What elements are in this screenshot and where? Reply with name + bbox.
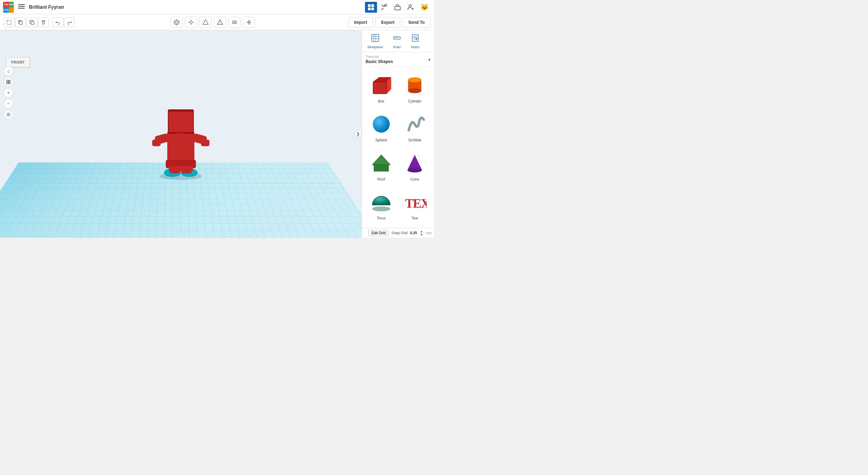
view-button[interactable] bbox=[170, 17, 183, 28]
snap-label: Snap Grid bbox=[391, 231, 407, 235]
shapes-dropdown-arrow[interactable]: ▾ bbox=[428, 57, 430, 62]
duplicate-button[interactable] bbox=[27, 18, 37, 27]
toolbar-edit-group bbox=[4, 18, 49, 27]
light-button[interactable] bbox=[185, 17, 197, 28]
shape-cylinder[interactable]: Cylinder bbox=[399, 71, 431, 107]
snap-down-button[interactable]: ▼ bbox=[420, 233, 424, 236]
svg-rect-68 bbox=[373, 82, 387, 94]
svg-rect-78 bbox=[374, 165, 389, 171]
3d-figure bbox=[148, 83, 214, 179]
ruler-label: Ruler bbox=[393, 45, 401, 49]
shape-button[interactable] bbox=[199, 17, 212, 28]
settings-button[interactable] bbox=[4, 110, 13, 119]
briefcase-button[interactable] bbox=[392, 2, 404, 13]
snap-up-button[interactable]: ▲ bbox=[420, 230, 424, 233]
shape-sphere[interactable]: Sphere bbox=[366, 110, 397, 146]
toolbar: Import Export Send To bbox=[0, 14, 434, 30]
hamburger-button[interactable] bbox=[17, 2, 26, 12]
sphere-label: Sphere bbox=[375, 138, 387, 142]
svg-point-8 bbox=[409, 5, 411, 7]
send-to-button[interactable]: Send To bbox=[403, 17, 430, 27]
shape-box[interactable]: Box bbox=[366, 71, 397, 107]
tab-ruler[interactable]: Ruler bbox=[390, 33, 404, 52]
toolbar-view-group bbox=[170, 17, 255, 28]
zoom-out-button[interactable]: − bbox=[4, 99, 13, 108]
edit-grid-button[interactable]: Edit Grid bbox=[368, 230, 389, 236]
select-all-button[interactable] bbox=[4, 18, 14, 27]
svg-rect-1 bbox=[18, 6, 25, 7]
grid-view-button[interactable] bbox=[365, 2, 377, 13]
svg-rect-59 bbox=[394, 37, 400, 39]
align-button[interactable] bbox=[228, 17, 241, 28]
svg-marker-77 bbox=[372, 155, 390, 165]
undo-button[interactable] bbox=[53, 18, 63, 27]
notes-label: Notes bbox=[411, 45, 420, 49]
svg-rect-2 bbox=[18, 8, 25, 9]
viewport-controls: ⌂ + − bbox=[4, 66, 13, 119]
torus-label: Torus bbox=[377, 216, 385, 220]
shape-text[interactable]: TEXT Text bbox=[399, 188, 431, 224]
copy-button[interactable] bbox=[15, 18, 26, 27]
svg-point-74 bbox=[408, 88, 421, 93]
mirror-button[interactable] bbox=[214, 17, 226, 28]
shape-roof[interactable]: Roof bbox=[366, 149, 397, 185]
svg-rect-39 bbox=[152, 139, 161, 146]
toolbar-right-group: Import Export Send To bbox=[348, 17, 430, 27]
nav-right: 🐱 bbox=[365, 1, 431, 13]
panel-tabs: Workplane Ruler bbox=[362, 30, 434, 52]
navbar: TIN KER CAD Brilliant Fyyran bbox=[0, 0, 434, 14]
zoom-in-button[interactable]: + bbox=[4, 88, 13, 98]
svg-point-75 bbox=[408, 77, 421, 82]
svg-rect-5 bbox=[368, 7, 371, 10]
export-button[interactable]: Export bbox=[375, 17, 400, 27]
logo: TIN KER CAD bbox=[3, 2, 14, 13]
ruler-icon bbox=[393, 34, 401, 44]
text-label: Text bbox=[411, 216, 418, 220]
project-name: Brilliant Fyyran bbox=[29, 4, 362, 10]
home-view-button[interactable]: ⌂ bbox=[4, 66, 13, 76]
redo-button[interactable] bbox=[64, 18, 75, 27]
delete-button[interactable] bbox=[38, 18, 49, 27]
svg-point-82 bbox=[407, 167, 422, 172]
svg-point-53 bbox=[7, 113, 10, 116]
roof-label: Roof bbox=[377, 177, 385, 182]
svg-point-13 bbox=[176, 21, 178, 24]
cone-label: Cone bbox=[410, 177, 419, 182]
import-button[interactable]: Import bbox=[348, 17, 373, 27]
unit-label: mm bbox=[426, 231, 432, 235]
shape-scribble[interactable]: Scribble bbox=[399, 110, 431, 146]
add-user-button[interactable] bbox=[405, 2, 417, 13]
svg-rect-0 bbox=[18, 4, 25, 5]
snap-value: 0.25 bbox=[410, 231, 417, 235]
collapse-panel-arrow[interactable]: ❯ bbox=[354, 130, 362, 137]
tab-notes[interactable]: Notes bbox=[408, 33, 422, 52]
svg-rect-3 bbox=[368, 4, 371, 7]
flip-button[interactable] bbox=[243, 17, 255, 28]
svg-rect-50 bbox=[7, 82, 8, 84]
logo-br bbox=[9, 7, 14, 13]
svg-rect-7 bbox=[395, 6, 400, 10]
svg-point-83 bbox=[372, 207, 390, 211]
svg-marker-24 bbox=[203, 20, 208, 24]
shapes-category-prefix: Tinkercad bbox=[366, 55, 426, 59]
main-area: FRONT bbox=[0, 30, 434, 238]
viewport[interactable]: FRONT bbox=[0, 30, 362, 238]
snap-controls: ▲ ▼ bbox=[420, 230, 424, 236]
shape-cone[interactable]: Cone bbox=[399, 149, 431, 185]
svg-rect-36 bbox=[167, 133, 194, 161]
pikachu-button[interactable]: 🐱 bbox=[418, 1, 431, 13]
frame-button[interactable] bbox=[4, 77, 13, 87]
shapes-category: Tinkercad Basic Shapes bbox=[366, 55, 426, 64]
workplane-icon bbox=[371, 34, 379, 44]
scribble-label: Scribble bbox=[408, 138, 421, 142]
hamburger-icon bbox=[18, 3, 25, 11]
tab-workplane[interactable]: Workplane bbox=[365, 33, 385, 52]
shape-torus[interactable]: Torus bbox=[366, 188, 397, 224]
svg-rect-9 bbox=[7, 20, 11, 24]
svg-point-52 bbox=[8, 114, 9, 116]
pickaxe-button[interactable] bbox=[378, 2, 390, 13]
svg-point-14 bbox=[174, 20, 179, 25]
svg-point-76 bbox=[373, 116, 390, 133]
workplane-label: Workplane bbox=[367, 45, 383, 49]
svg-rect-54 bbox=[372, 34, 379, 41]
